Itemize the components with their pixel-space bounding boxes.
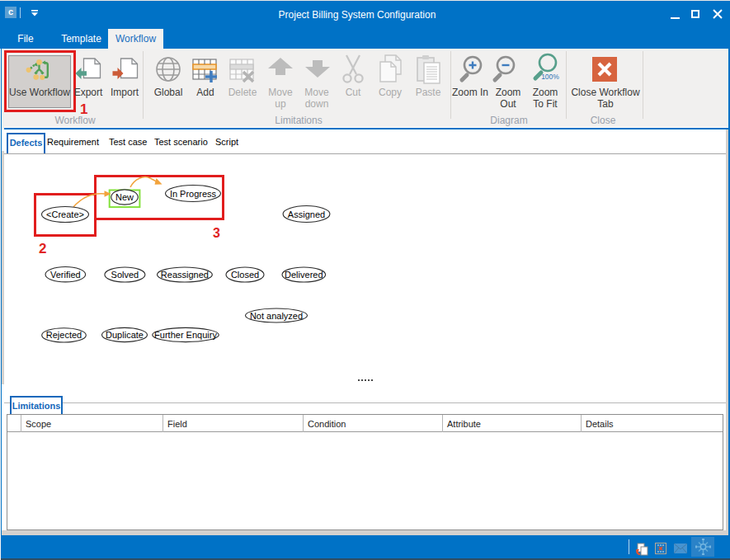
svg-text:Not analyzed: Not analyzed xyxy=(250,311,303,321)
svg-text:Closed: Closed xyxy=(231,270,259,280)
svg-text:Verified: Verified xyxy=(50,270,81,280)
svg-text:Rejected: Rejected xyxy=(46,330,82,340)
svg-text:Solved: Solved xyxy=(111,270,139,280)
svg-text:Delivered: Delivered xyxy=(285,270,323,280)
svg-text:Further Enquiry: Further Enquiry xyxy=(154,330,217,340)
svg-text:2: 2 xyxy=(39,241,46,256)
svg-text:Duplicate: Duplicate xyxy=(106,330,144,340)
svg-text:Reassigned: Reassigned xyxy=(161,270,209,280)
svg-text:<Create>: <Create> xyxy=(46,209,84,219)
svg-text:New: New xyxy=(115,192,134,202)
svg-text:In Progress: In Progress xyxy=(170,189,217,199)
svg-text:3: 3 xyxy=(213,226,220,240)
svg-text:Assigned: Assigned xyxy=(288,209,325,219)
